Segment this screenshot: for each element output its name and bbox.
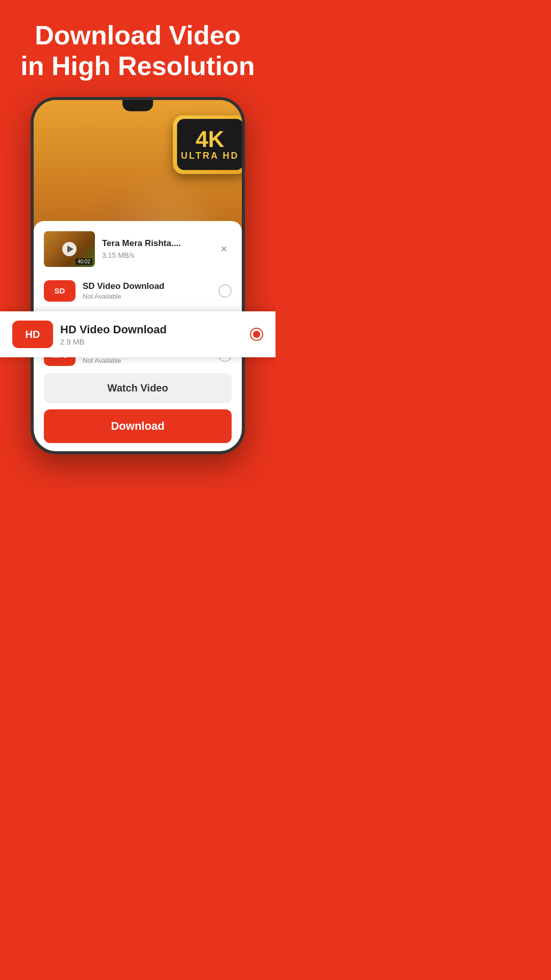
header-title: Download Video in High Resolution: [15, 20, 260, 82]
video-duration: 40:02: [76, 258, 92, 265]
card-speed: 3.15 MB/s: [102, 251, 209, 259]
video-thumbnail: 40:02: [44, 231, 95, 267]
card-header: 40:02 Tera Mera Rishta.... 3.15 MB/s ×: [44, 231, 232, 267]
sd-option-subtitle: Not Available: [83, 292, 211, 300]
hd-option-info: HD Video Download 2.9 MB: [60, 323, 243, 346]
hd-badge-label: HD: [26, 329, 40, 340]
download-button[interactable]: Download: [44, 409, 232, 443]
mp3-option-subtitle: Not Available: [83, 357, 211, 364]
watch-video-button[interactable]: Watch Video: [44, 373, 232, 403]
4k-badge-inner: 4K ULTRA HD: [177, 119, 242, 170]
close-button[interactable]: ×: [216, 241, 232, 257]
phone-container: 4K ULTRA HD: [0, 97, 276, 454]
header-title-line2: in High Resolution: [20, 51, 255, 81]
page: Download Video in High Resolution 4K ULT…: [0, 0, 276, 490]
hd-radio[interactable]: [250, 328, 263, 341]
hd-badge: HD: [12, 321, 53, 348]
hd-radio-inner: [253, 331, 260, 338]
header: Download Video in High Resolution: [0, 0, 276, 92]
sd-option[interactable]: SD SD Video Download Not Available: [44, 275, 232, 307]
phone-mockup: 4K ULTRA HD: [31, 97, 245, 454]
4k-text: 4K: [195, 128, 224, 151]
play-triangle-icon: [67, 246, 73, 253]
4k-badge: 4K ULTRA HD: [173, 115, 242, 174]
phone-screen: 4K ULTRA HD: [34, 100, 242, 451]
card-title-area: Tera Mera Rishta.... 3.15 MB/s: [102, 238, 209, 259]
card-video-title: Tera Mera Rishta....: [102, 238, 209, 249]
header-title-line1: Download Video: [35, 20, 241, 50]
ultrahd-text: ULTRA HD: [181, 151, 239, 161]
hd-option-title: HD Video Download: [60, 323, 243, 336]
sd-radio[interactable]: [218, 284, 232, 298]
sd-option-info: SD Video Download Not Available: [83, 281, 211, 300]
play-circle: [62, 242, 77, 256]
hd-option-subtitle: 2.9 MB: [60, 337, 243, 346]
sd-option-title: SD Video Download: [83, 281, 211, 291]
phone-notch: [122, 100, 153, 111]
sd-badge: SD: [44, 280, 76, 302]
hd-option-row[interactable]: HD HD Video Download 2.9 MB: [0, 311, 276, 357]
